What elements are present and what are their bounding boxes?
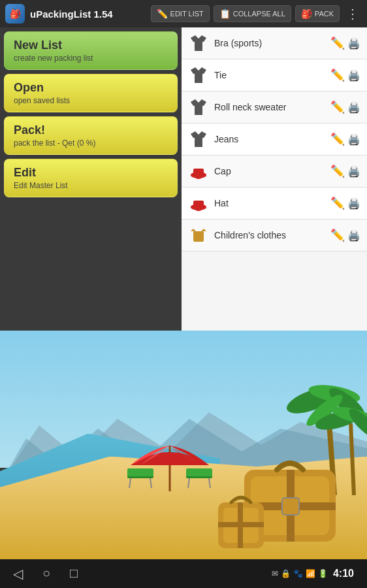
edit-title: Edit [14,166,168,180]
item-icon [188,65,209,86]
item-actions: ✏️ 🖨️ [330,68,360,82]
item-actions: ✏️ 🖨️ [330,164,360,178]
item-actions: ✏️ 🖨️ [330,228,360,242]
list-item[interactable]: Tie ✏️ 🖨️ [182,59,367,91]
app-icon: 🎒 [5,4,25,24]
back-icon[interactable]: ◁ [13,566,23,581]
item-icon [188,33,209,54]
item-edit-icon[interactable]: ✏️ [330,132,345,146]
recents-icon[interactable]: □ [70,566,78,581]
item-name: Tie [214,70,325,80]
open-subtitle: open saved lists [14,96,168,105]
pack-subtitle: pack the list - Qet (0 %) [14,139,168,148]
open-card[interactable]: Open open saved lists [4,74,178,112]
list-item[interactable]: Jeans ✏️ 🖨️ [182,123,367,155]
item-edit-icon[interactable]: ✏️ [330,164,345,178]
pack-label: PACK [315,10,334,18]
item-icon [188,129,209,150]
item-icon [188,225,209,246]
pack-button[interactable]: 🎒 PACK [295,5,340,22]
list-item[interactable]: Bra (sports) ✏️ 🖨️ [182,27,367,59]
edit-subtitle: Edit Master List [14,181,168,190]
pack-icon: 🎒 [301,8,312,19]
item-name: Roll neck sweater [214,102,325,112]
svg-marker-12 [201,229,206,231]
svg-marker-11 [191,229,196,231]
item-edit-icon[interactable]: ✏️ [330,228,345,242]
pack-title: Pack! [14,123,168,137]
item-print-icon[interactable]: 🖨️ [347,101,360,114]
item-print-icon[interactable]: 🖨️ [347,165,360,178]
svg-rect-6 [193,169,204,175]
edit-list-label: EDIT LIST [170,10,204,18]
email-status-icon: ✉ [272,569,278,578]
status-icons: ✉ 🔒 🐾 📶 🔋 [272,569,328,578]
collapse-all-icon: 📋 [219,8,231,19]
item-edit-icon[interactable]: ✏️ [330,196,345,210]
item-print-icon[interactable]: 🖨️ [347,133,360,146]
item-name: Cap [214,166,325,176]
svg-rect-37 [282,498,299,515]
item-name: Jeans [214,134,325,144]
item-icon [188,97,209,118]
edit-list-button[interactable]: ✏️ EDIT LIST [151,5,210,22]
item-icon [188,193,209,214]
svg-line-27 [150,478,152,488]
overflow-menu-icon[interactable]: ⋮ [343,3,362,24]
beach-scene [0,331,367,559]
item-edit-icon[interactable]: ✏️ [330,36,345,50]
home-icon[interactable]: ○ [42,566,50,581]
pack-card[interactable]: Pack! pack the list - Qet (0 %) [4,116,178,155]
status-bar: ✉ 🔒 🐾 📶 🔋 4:10 [272,568,354,580]
svg-marker-0 [191,35,206,51]
svg-marker-1 [191,67,206,83]
item-edit-icon[interactable]: ✏️ [330,68,345,82]
item-print-icon[interactable]: 🖨️ [347,229,360,242]
list-item[interactable]: Cap ✏️ 🖨️ [182,155,367,188]
nav-left: ◁ ○ □ [13,566,78,581]
app-icon-glyph: 🎒 [10,8,21,19]
luggage-svg [205,450,349,555]
list-item[interactable]: Roll neck sweater ✏️ 🖨️ [182,91,367,123]
collapse-all-button[interactable]: 📋 COLLAPSE ALL [214,5,291,22]
item-print-icon[interactable]: 🖨️ [347,197,360,210]
item-actions: ✏️ 🖨️ [330,132,360,146]
item-actions: ✏️ 🖨️ [330,100,360,114]
item-actions: ✏️ 🖨️ [330,196,360,210]
new-list-card[interactable]: New List create new packing list [4,31,178,70]
edit-card[interactable]: Edit Edit Master List [4,159,178,197]
new-list-subtitle: create new packing list [14,54,168,63]
top-bar: 🎒 uPackingList 1.54 ✏️ EDIT LIST 📋 COLLA… [0,0,367,27]
list-item[interactable]: Children's clothes ✏️ 🖨️ [182,220,367,252]
svg-rect-9 [193,201,204,207]
app-title: uPackingList 1.54 [30,8,146,20]
bottom-nav: ◁ ○ □ ✉ 🔒 🐾 📶 🔋 4:10 [0,559,367,588]
edit-list-icon: ✏️ [157,8,168,19]
item-edit-icon[interactable]: ✏️ [330,100,345,114]
list-item[interactable]: Hat ✏️ 🖨️ [182,188,367,220]
svg-line-20 [351,423,354,495]
sync-status-icon: 🐾 [293,569,303,578]
svg-marker-2 [191,99,206,115]
new-list-title: New List [14,39,168,52]
battery-icon: 🔋 [318,569,328,578]
item-name: Bra (sports) [214,38,325,48]
time-display: 4:10 [333,568,354,580]
item-print-icon[interactable]: 🖨️ [347,37,360,50]
svg-marker-3 [191,131,206,147]
svg-rect-28 [127,468,153,476]
item-icon [188,161,209,182]
item-print-icon[interactable]: 🖨️ [347,69,360,82]
svg-rect-41 [238,502,243,548]
item-name: Children's clothes [214,230,325,240]
open-title: Open [14,81,168,95]
top-actions: ✏️ EDIT LIST 📋 COLLAPSE ALL 🎒 PACK ⋮ [151,3,362,24]
item-name: Hat [214,198,325,208]
item-actions: ✏️ 🖨️ [330,36,360,50]
svg-line-26 [129,478,131,488]
wifi-icon: 📶 [306,569,315,578]
svg-line-30 [188,478,189,488]
svg-rect-10 [193,231,204,242]
lock-status-icon: 🔒 [281,569,291,578]
collapse-all-label: COLLAPSE ALL [233,10,285,18]
